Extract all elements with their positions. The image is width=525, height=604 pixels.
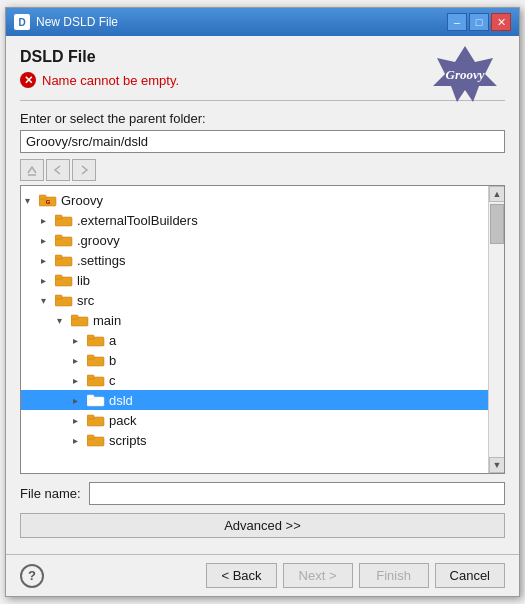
svg-text:Groovy: Groovy (446, 67, 485, 82)
tree-item-label-dsld: dsld (109, 393, 133, 408)
main-content: DSLD File Groovy ✕ Name cannot be empty.… (6, 36, 519, 554)
folder-icon-settings (55, 253, 73, 267)
expand-icon-a: ▸ (73, 335, 87, 346)
tree-item-label-settings: .settings (77, 253, 125, 268)
tree-item-lib[interactable]: ▸ lib (21, 270, 488, 290)
folder-icon-scripts (87, 433, 105, 447)
tree-panel: ▾ G Groovy▸ .externalToolBuilders▸ .groo… (20, 185, 505, 474)
tree-item-groovyfolder[interactable]: ▸ .groovy (21, 230, 488, 250)
close-button[interactable]: ✕ (491, 13, 511, 31)
nav-back-button[interactable] (46, 159, 70, 181)
folder-icon-src (55, 293, 73, 307)
bottom-right: < Back Next > Finish Cancel (206, 563, 505, 588)
tree-item-label-groovy: Groovy (61, 193, 103, 208)
tree-item-b[interactable]: ▸ b (21, 350, 488, 370)
folder-icon-dsld (87, 393, 105, 407)
folder-icon-a (87, 333, 105, 347)
svg-rect-29 (87, 435, 94, 439)
tree-item-label-a: a (109, 333, 116, 348)
tree-item-settings[interactable]: ▸ .settings (21, 250, 488, 270)
advanced-button[interactable]: Advanced >> (20, 513, 505, 538)
finish-button[interactable]: Finish (359, 563, 429, 588)
scroll-track (489, 202, 504, 457)
bottom-left: ? (20, 564, 44, 588)
file-name-row: File name: (20, 482, 505, 505)
title-bar-controls: – □ ✕ (447, 13, 511, 31)
svg-rect-7 (55, 215, 62, 219)
expand-icon-ext: ▸ (41, 215, 55, 226)
tree-item-main[interactable]: ▾ main (21, 310, 488, 330)
help-button[interactable]: ? (20, 564, 44, 588)
tree-item-a[interactable]: ▸ a (21, 330, 488, 350)
parent-folder-input[interactable] (20, 130, 505, 153)
tree-item-label-pack: pack (109, 413, 136, 428)
expand-icon-scripts: ▸ (73, 435, 87, 446)
error-message: Name cannot be empty. (42, 73, 179, 88)
tree-item-label-b: b (109, 353, 116, 368)
folder-icon-groovy: G (39, 193, 57, 207)
svg-rect-11 (55, 255, 62, 259)
expand-icon-b: ▸ (73, 355, 87, 366)
svg-rect-13 (55, 275, 62, 279)
svg-rect-23 (87, 375, 94, 379)
expand-icon-groovyfolder: ▸ (41, 235, 55, 246)
expand-icon-src: ▾ (41, 295, 55, 306)
folder-icon-c (87, 373, 105, 387)
tree-content[interactable]: ▾ G Groovy▸ .externalToolBuilders▸ .groo… (21, 186, 488, 473)
title-bar: D New DSLD File – □ ✕ (6, 8, 519, 36)
minimize-button[interactable]: – (447, 13, 467, 31)
expand-icon-settings: ▸ (41, 255, 55, 266)
folder-icon-b (87, 353, 105, 367)
scroll-up-arrow[interactable]: ▲ (489, 186, 505, 202)
cancel-button[interactable]: Cancel (435, 563, 505, 588)
next-button[interactable]: Next > (283, 563, 353, 588)
scroll-down-arrow[interactable]: ▼ (489, 457, 505, 473)
groovy-logo: Groovy (425, 44, 505, 105)
tree-item-label-c: c (109, 373, 116, 388)
folder-icon-pack (87, 413, 105, 427)
tree-item-label-ext: .externalToolBuilders (77, 213, 198, 228)
svg-rect-25 (87, 395, 94, 399)
maximize-button[interactable]: □ (469, 13, 489, 31)
expand-icon-c: ▸ (73, 375, 87, 386)
tree-item-ext[interactable]: ▸ .externalToolBuilders (21, 210, 488, 230)
title-bar-icon: D (14, 14, 30, 30)
error-icon: ✕ (20, 72, 36, 88)
folder-icon-ext (55, 213, 73, 227)
tree-item-scripts[interactable]: ▸ scripts (21, 430, 488, 450)
back-button[interactable]: < Back (206, 563, 276, 588)
expand-icon-lib: ▸ (41, 275, 55, 286)
svg-rect-17 (71, 315, 78, 319)
parent-folder-label: Enter or select the parent folder: (20, 111, 505, 126)
dialog: D New DSLD File – □ ✕ DSLD File Groovy (5, 7, 520, 597)
tree-item-c[interactable]: ▸ c (21, 370, 488, 390)
nav-toolbar (20, 159, 505, 181)
tree-item-label-groovyfolder: .groovy (77, 233, 120, 248)
title-bar-title: New DSLD File (36, 15, 118, 29)
file-name-label: File name: (20, 486, 81, 501)
tree-item-dsld[interactable]: ▸ dsld (21, 390, 488, 410)
nav-up-button[interactable] (20, 159, 44, 181)
svg-rect-9 (55, 235, 62, 239)
folder-icon-lib (55, 273, 73, 287)
expand-icon-dsld: ▸ (73, 395, 87, 406)
tree-item-label-src: src (77, 293, 94, 308)
svg-rect-15 (55, 295, 62, 299)
scrollbar: ▲ ▼ (488, 186, 504, 473)
tree-item-groovy[interactable]: ▾ G Groovy (21, 190, 488, 210)
tree-item-pack[interactable]: ▸ pack (21, 410, 488, 430)
folder-icon-main (71, 313, 89, 327)
svg-rect-27 (87, 415, 94, 419)
svg-rect-19 (87, 335, 94, 339)
scroll-thumb[interactable] (490, 204, 504, 244)
tree-item-src[interactable]: ▾ src (21, 290, 488, 310)
tree-item-label-main: main (93, 313, 121, 328)
tree-item-label-scripts: scripts (109, 433, 147, 448)
bottom-bar: ? < Back Next > Finish Cancel (6, 554, 519, 596)
folder-icon-groovyfolder (55, 233, 73, 247)
file-name-input[interactable] (89, 482, 505, 505)
nav-forward-button[interactable] (72, 159, 96, 181)
header-area: DSLD File Groovy ✕ Name cannot be empty. (20, 48, 505, 100)
title-bar-left: D New DSLD File (14, 14, 118, 30)
expand-icon-groovy: ▾ (25, 195, 39, 206)
